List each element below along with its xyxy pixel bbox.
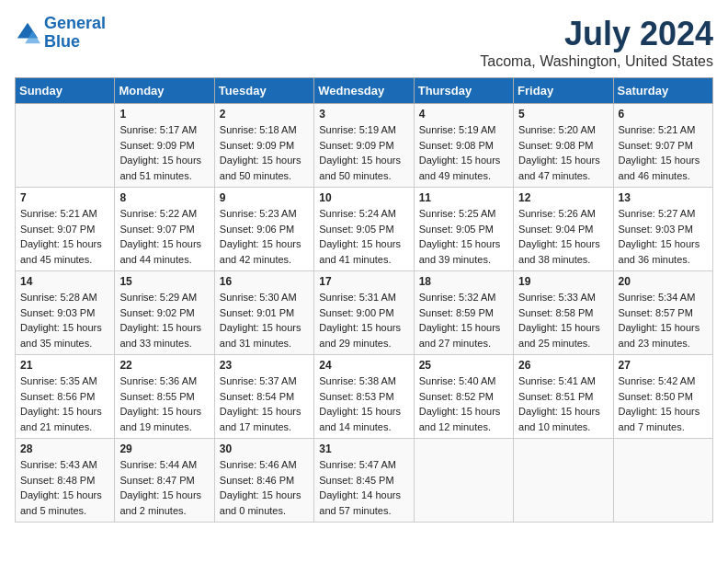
calendar-cell: 25 Sunrise: 5:40 AM Sunset: 8:52 PM Dayl… [414,355,513,439]
daylight-text: Daylight: 15 hours and 7 minutes. [619,404,708,434]
day-number: 2 [220,108,309,121]
sunrise-text: Sunrise: 5:41 AM [518,373,608,389]
calendar-cell: 24 Sunrise: 5:38 AM Sunset: 8:53 PM Dayl… [314,355,414,439]
daylight-text: Daylight: 15 hours and 10 minutes. [518,404,608,434]
sunrise-text: Sunrise: 5:37 AM [220,373,309,389]
sunset-text: Sunset: 9:00 PM [319,305,408,321]
calendar-cell: 8 Sunrise: 5:22 AM Sunset: 9:07 PM Dayli… [115,188,214,271]
sunset-text: Sunset: 9:06 PM [220,222,309,237]
sunrise-text: Sunrise: 5:23 AM [220,206,309,222]
sunrise-text: Sunrise: 5:35 AM [20,373,109,389]
calendar-cell: 11 Sunrise: 5:25 AM Sunset: 9:05 PM Dayl… [414,188,513,271]
daylight-text: Daylight: 15 hours and 38 minutes. [518,236,608,267]
calendar-cell: 9 Sunrise: 5:23 AM Sunset: 9:06 PM Dayli… [214,188,313,271]
day-info: Sunrise: 5:21 AM Sunset: 9:07 PM Dayligh… [619,122,708,183]
day-of-week-header: Friday [514,78,613,104]
subtitle: Tacoma, Washington, United States [480,53,713,70]
sunset-text: Sunset: 8:59 PM [419,305,508,321]
daylight-text: Daylight: 15 hours and 19 minutes. [119,404,209,434]
daylight-text: Daylight: 15 hours and 46 minutes. [619,153,708,183]
daylight-text: Daylight: 15 hours and 2 minutes. [119,488,209,518]
calendar-table: SundayMondayTuesdayWednesdayThursdayFrid… [15,77,713,523]
day-info: Sunrise: 5:18 AM Sunset: 9:09 PM Dayligh… [220,122,309,183]
day-info: Sunrise: 5:21 AM Sunset: 9:07 PM Dayligh… [20,206,109,267]
day-number: 6 [619,108,708,121]
day-of-week-header: Saturday [613,78,712,104]
day-number: 21 [20,359,109,372]
sunset-text: Sunset: 9:05 PM [419,222,508,237]
day-number: 24 [319,359,408,372]
calendar-cell: 29 Sunrise: 5:44 AM Sunset: 8:47 PM Dayl… [115,439,214,523]
day-number: 23 [220,359,309,372]
sunset-text: Sunset: 8:58 PM [518,305,608,321]
day-info: Sunrise: 5:24 AM Sunset: 9:05 PM Dayligh… [319,206,408,267]
day-number: 3 [319,108,408,121]
day-info: Sunrise: 5:17 AM Sunset: 9:09 PM Dayligh… [119,122,209,183]
calendar-cell [613,439,712,523]
sunrise-text: Sunrise: 5:19 AM [319,122,408,138]
sunrise-text: Sunrise: 5:34 AM [619,290,708,305]
sunrise-text: Sunrise: 5:43 AM [20,457,109,473]
day-info: Sunrise: 5:32 AM Sunset: 8:59 PM Dayligh… [419,290,508,350]
calendar-cell: 26 Sunrise: 5:41 AM Sunset: 8:51 PM Dayl… [514,355,613,439]
day-info: Sunrise: 5:35 AM Sunset: 8:56 PM Dayligh… [20,373,109,434]
daylight-text: Daylight: 15 hours and 5 minutes. [20,488,109,518]
daylight-text: Daylight: 15 hours and 25 minutes. [518,320,608,350]
day-info: Sunrise: 5:37 AM Sunset: 8:54 PM Dayligh… [220,373,309,434]
sunrise-text: Sunrise: 5:20 AM [518,122,608,138]
day-info: Sunrise: 5:46 AM Sunset: 8:46 PM Dayligh… [220,457,309,518]
daylight-text: Daylight: 15 hours and 36 minutes. [619,236,708,267]
calendar-cell: 27 Sunrise: 5:42 AM Sunset: 8:50 PM Dayl… [613,355,712,439]
daylight-text: Daylight: 15 hours and 31 minutes. [220,320,309,350]
sunrise-text: Sunrise: 5:40 AM [419,373,508,389]
day-number: 27 [619,359,708,372]
day-info: Sunrise: 5:20 AM Sunset: 9:08 PM Dayligh… [518,122,608,183]
calendar-cell: 18 Sunrise: 5:32 AM Sunset: 8:59 PM Dayl… [414,271,513,355]
sunrise-text: Sunrise: 5:42 AM [619,373,708,389]
day-number: 7 [20,191,109,204]
daylight-text: Daylight: 15 hours and 21 minutes. [20,404,109,434]
day-number: 25 [419,359,508,372]
day-info: Sunrise: 5:43 AM Sunset: 8:48 PM Dayligh… [20,457,109,518]
day-number: 8 [119,191,209,204]
daylight-text: Daylight: 15 hours and 42 minutes. [220,236,309,267]
sunset-text: Sunset: 8:52 PM [419,389,508,405]
sunrise-text: Sunrise: 5:22 AM [119,206,209,222]
sunset-text: Sunset: 9:01 PM [220,305,309,321]
main-title: July 2024 [480,15,713,53]
calendar-week-row: 1 Sunrise: 5:17 AM Sunset: 9:09 PM Dayli… [16,104,713,188]
calendar-cell: 30 Sunrise: 5:46 AM Sunset: 8:46 PM Dayl… [214,439,313,523]
sunset-text: Sunset: 8:50 PM [619,389,708,405]
sunset-text: Sunset: 9:08 PM [518,138,608,154]
sunset-text: Sunset: 9:04 PM [518,222,608,237]
logo: General Blue [15,15,106,52]
sunset-text: Sunset: 9:03 PM [619,222,708,237]
calendar-cell [514,439,613,523]
title-area: July 2024 Tacoma, Washington, United Sta… [480,15,713,70]
daylight-text: Daylight: 15 hours and 49 minutes. [419,153,508,183]
sunset-text: Sunset: 8:51 PM [518,389,608,405]
day-number: 28 [20,442,109,455]
day-number: 20 [619,275,708,288]
calendar-cell: 21 Sunrise: 5:35 AM Sunset: 8:56 PM Dayl… [16,355,115,439]
daylight-text: Daylight: 15 hours and 51 minutes. [119,153,209,183]
logo-icon [15,20,40,46]
calendar-cell: 28 Sunrise: 5:43 AM Sunset: 8:48 PM Dayl… [16,439,115,523]
sunrise-text: Sunrise: 5:18 AM [220,122,309,138]
day-info: Sunrise: 5:19 AM Sunset: 9:09 PM Dayligh… [319,122,408,183]
calendar-cell: 10 Sunrise: 5:24 AM Sunset: 9:05 PM Dayl… [314,188,414,271]
day-info: Sunrise: 5:30 AM Sunset: 9:01 PM Dayligh… [220,290,309,350]
day-number: 5 [518,108,608,121]
sunset-text: Sunset: 9:07 PM [20,222,109,237]
calendar-cell: 14 Sunrise: 5:28 AM Sunset: 9:03 PM Dayl… [16,271,115,355]
day-number: 30 [220,442,309,455]
daylight-text: Daylight: 15 hours and 27 minutes. [419,320,508,350]
sunrise-text: Sunrise: 5:46 AM [220,457,309,473]
sunrise-text: Sunrise: 5:27 AM [619,206,708,222]
daylight-text: Daylight: 15 hours and 29 minutes. [319,320,408,350]
day-info: Sunrise: 5:28 AM Sunset: 9:03 PM Dayligh… [20,290,109,350]
sunset-text: Sunset: 8:48 PM [20,473,109,488]
day-number: 29 [119,442,209,455]
sunrise-text: Sunrise: 5:21 AM [20,206,109,222]
daylight-text: Daylight: 15 hours and 12 minutes. [419,404,508,434]
